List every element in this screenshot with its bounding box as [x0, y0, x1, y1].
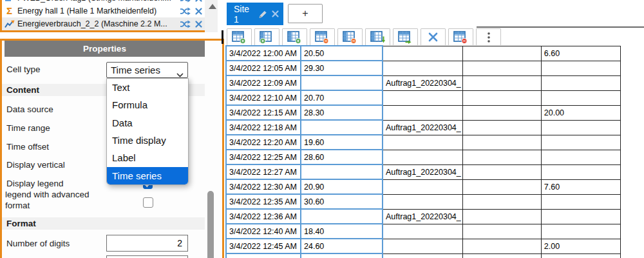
value-cell[interactable]	[301, 120, 383, 135]
aggregate-cell[interactable]: 20.00	[541, 105, 620, 120]
empty-cell[interactable]	[462, 209, 541, 224]
add-row-button[interactable]	[227, 28, 252, 46]
order-label-cell[interactable]	[383, 135, 462, 150]
aggregate-cell[interactable]	[541, 135, 620, 150]
order-label-cell[interactable]: Auftrag1_20220304_	[383, 209, 462, 224]
aggregate-cell[interactable]: 2.00	[541, 239, 620, 253]
dropdown-option-text[interactable]: Text	[107, 79, 188, 96]
empty-cell[interactable]	[462, 46, 541, 61]
order-label-cell[interactable]	[383, 61, 462, 75]
empty-cell[interactable]	[462, 164, 541, 179]
aggregate-cell[interactable]: 7.60	[541, 179, 620, 194]
aggregate-cell[interactable]	[541, 224, 620, 239]
clear-selection-button[interactable]	[421, 28, 446, 46]
scroll-up-arrow-icon[interactable]	[209, 4, 216, 9]
empty-cell[interactable]	[462, 75, 541, 90]
shuffle-icon[interactable]	[180, 19, 191, 29]
empty-cell[interactable]	[462, 224, 541, 239]
aggregate-cell[interactable]	[541, 194, 620, 209]
value-cell[interactable]	[301, 164, 383, 179]
add-column-left-button[interactable]	[254, 28, 279, 46]
empty-cell[interactable]	[462, 90, 541, 105]
dropdown-option-formula[interactable]: Formula	[107, 96, 188, 114]
order-label-cell[interactable]	[383, 90, 462, 105]
value-cell[interactable]: 24.60	[301, 239, 383, 253]
value-cell[interactable]: 30.60	[301, 194, 383, 209]
timestamp-cell[interactable]: 3/4/2022 12:10 AM	[226, 90, 301, 105]
tab-close-icon[interactable]	[271, 10, 279, 18]
delete-column-button[interactable]	[337, 28, 363, 46]
aggregate-cell[interactable]	[541, 209, 620, 224]
delete-row-button[interactable]	[310, 28, 335, 46]
value-cell[interactable]: 18.40	[301, 224, 383, 239]
timestamp-cell[interactable]: 3/4/2022 12:36 AM	[226, 209, 301, 224]
timestamp-cell[interactable]: 3/4/2022 12:15 AM	[226, 105, 301, 120]
order-label-cell[interactable]	[383, 224, 462, 239]
timestamp-cell[interactable]: 3/4/2022 12:45 AM	[226, 239, 301, 253]
order-label-cell[interactable]: Auftrag1_20220304_	[383, 253, 462, 258]
timestamp-cell[interactable]: 3/4/2022 12:00 AM	[226, 46, 301, 61]
next-field-input[interactable]	[106, 255, 188, 258]
remove-x-icon[interactable]	[193, 19, 204, 29]
dropdown-option-time-display[interactable]: Time display	[107, 132, 188, 149]
move-column-down-button[interactable]	[365, 28, 390, 46]
move-row-right-button[interactable]	[393, 28, 418, 46]
remove-x-icon[interactable]	[193, 0, 204, 3]
properties-scrollbar-thumb[interactable]	[207, 191, 214, 258]
shuffle-icon[interactable]	[180, 6, 191, 16]
cell-type-select[interactable]: Time series	[106, 62, 188, 78]
timestamp-cell[interactable]: 3/4/2022 12:40 AM	[226, 224, 301, 239]
value-cell[interactable]: 20.50	[301, 46, 383, 61]
value-cell[interactable]: 28.30	[301, 105, 383, 120]
order-label-cell[interactable]	[383, 239, 462, 253]
timestamp-cell[interactable]: 3/4/2022 12:09 AM	[226, 75, 301, 90]
empty-cell[interactable]	[462, 120, 541, 135]
dropdown-option-label[interactable]: Label	[107, 149, 188, 166]
timestamp-cell[interactable]: 3/4/2022 12:27 AM	[226, 164, 301, 179]
value-cell[interactable]	[301, 209, 383, 224]
shuffle-icon[interactable]	[180, 0, 191, 3]
source-list-item[interactable]: FWEB_OrderFlag1 (Strings Marktheidenf...	[2, 0, 205, 5]
number-of-digits-input[interactable]	[106, 235, 188, 252]
dropdown-option-time-series[interactable]: Time series	[107, 167, 188, 184]
aggregate-cell[interactable]	[541, 164, 620, 179]
more-options-button[interactable]	[476, 28, 501, 46]
empty-cell[interactable]	[462, 253, 541, 258]
empty-cell[interactable]	[462, 239, 541, 253]
empty-cell[interactable]	[462, 61, 541, 75]
timestamp-cell[interactable]: 3/4/2022 12:05 AM	[226, 61, 301, 75]
legend-advanced-checkbox[interactable]	[143, 197, 153, 208]
aggregate-cell[interactable]	[541, 90, 620, 105]
aggregate-cell[interactable]	[541, 75, 620, 90]
order-label-cell[interactable]: Auftrag1_20220304_	[383, 164, 462, 179]
aggregate-cell[interactable]	[541, 253, 620, 258]
empty-cell[interactable]	[462, 150, 541, 164]
order-label-cell[interactable]	[383, 105, 462, 120]
dropdown-option-data[interactable]: Data	[107, 114, 188, 132]
timestamp-cell[interactable]: 3/4/2022 12:30 AM	[226, 179, 301, 194]
timestamp-cell[interactable]: 3/4/2022 12:18 AM	[226, 120, 301, 135]
value-cell[interactable]	[301, 75, 383, 90]
value-cell[interactable]: 29.30	[301, 61, 383, 75]
tab-site-1[interactable]: Site 1	[227, 3, 283, 25]
source-list-item[interactable]: ΣEnergy hall 1 (Halle 1 Marktheidenfeld)	[2, 5, 205, 17]
empty-cell[interactable]	[462, 194, 541, 209]
order-label-cell[interactable]	[383, 46, 462, 61]
edit-pencil-icon[interactable]	[258, 10, 268, 19]
value-cell[interactable]: 20.90	[301, 179, 383, 194]
order-label-cell[interactable]: Auftrag1_20220304_	[383, 120, 462, 135]
timestamp-cell[interactable]: 3/4/2022 12:25 AM	[226, 150, 301, 164]
aggregate-cell[interactable]: 6.60	[541, 46, 620, 61]
value-cell[interactable]: 28.60	[301, 150, 383, 164]
aggregate-cell[interactable]	[541, 120, 620, 135]
order-label-cell[interactable]	[383, 194, 462, 209]
value-cell[interactable]: 20.70	[301, 90, 383, 105]
add-column-button[interactable]	[282, 28, 307, 46]
source-list-item[interactable]: Energieverbrauch_2_2 (Maschine 2.2 M...	[2, 17, 205, 30]
empty-cell[interactable]	[462, 179, 541, 194]
empty-cell[interactable]	[462, 105, 541, 120]
aggregate-cell[interactable]	[541, 61, 620, 75]
order-label-cell[interactable]	[383, 179, 462, 194]
empty-cell[interactable]	[462, 135, 541, 150]
new-tab-button[interactable]: +	[288, 4, 323, 23]
